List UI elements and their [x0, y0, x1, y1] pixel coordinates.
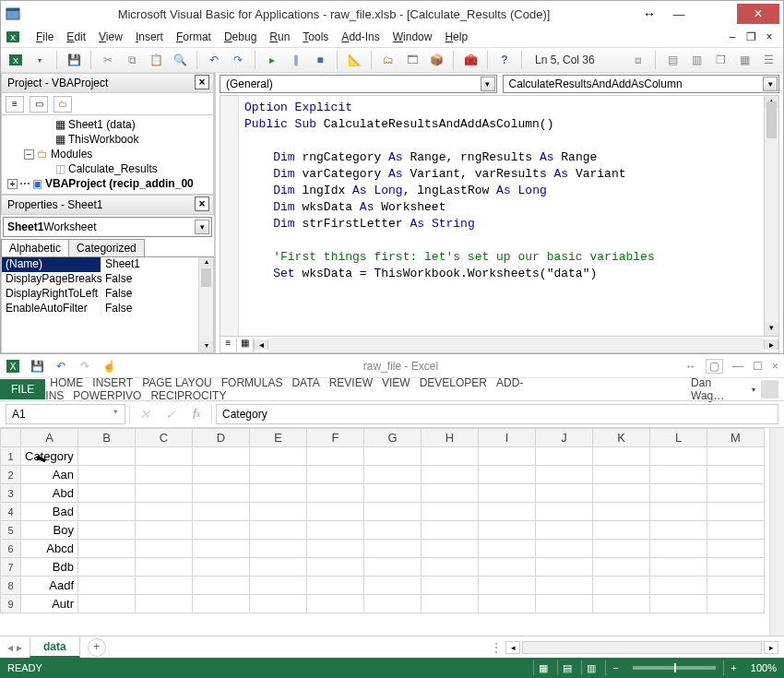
grid-cell[interactable] [650, 484, 707, 503]
tree-node-addin[interactable]: +⋯▣VBAProject (recip_addin_00 [7, 176, 211, 191]
paste-icon[interactable]: 📋 [147, 51, 165, 69]
column-header[interactable]: K [593, 429, 650, 447]
grid-cell[interactable] [593, 466, 650, 484]
grid-cell[interactable] [650, 466, 707, 484]
grid-cell[interactable] [536, 558, 593, 577]
grid-cell[interactable] [479, 540, 536, 558]
menu-view[interactable]: View [99, 30, 123, 43]
row-header[interactable]: 4 [1, 503, 21, 521]
vbe-close-button[interactable]: × [737, 4, 779, 24]
window-split-icon[interactable]: ⧈ [629, 51, 647, 69]
grid-cell[interactable]: Abcd [21, 540, 78, 558]
view-object-icon[interactable]: ▭ [30, 96, 48, 113]
grid-cell[interactable] [422, 484, 479, 503]
grid-cell[interactable] [422, 521, 479, 540]
grid-cell[interactable] [136, 577, 193, 595]
help-icon[interactable]: ? [495, 51, 514, 69]
grid-cell[interactable] [193, 595, 250, 613]
grid-cell[interactable] [307, 503, 364, 521]
grid-cell[interactable] [193, 577, 250, 595]
account-area[interactable]: Dan Wag…▾ [691, 376, 784, 402]
grid-cell[interactable] [307, 521, 364, 540]
grid-cell[interactable] [593, 521, 650, 540]
menu-format[interactable]: Format [176, 30, 211, 43]
menu-add-ins[interactable]: Add-Ins [341, 30, 379, 43]
ribbon-tab-data[interactable]: DATA [287, 373, 324, 393]
break-icon[interactable]: ∥ [287, 51, 305, 69]
sheet-tab-data[interactable]: data [30, 637, 80, 658]
property-row[interactable]: (Name)Sheet1 [2, 257, 198, 272]
row-header[interactable]: 9 [1, 595, 21, 613]
grid-cell[interactable] [650, 558, 707, 577]
grid-cell[interactable] [422, 595, 479, 613]
cancel-formula-icon[interactable]: ✕ [134, 404, 156, 424]
insert-function-icon[interactable]: fx [185, 404, 208, 424]
grid-cell[interactable] [250, 577, 307, 595]
zoom-out-icon[interactable]: − [605, 660, 625, 675]
view-excel-icon[interactable]: X [6, 51, 25, 69]
zoom-in-icon[interactable]: + [723, 660, 743, 675]
properties-scrollbar[interactable]: ▴ ▾ [198, 257, 213, 352]
grid-cell[interactable] [536, 466, 593, 484]
grid-cell[interactable] [593, 595, 650, 613]
tree-node-sheet[interactable]: ▦Sheet1 (data) [7, 117, 211, 132]
column-header[interactable]: J [536, 429, 593, 447]
ribbon-tab-view[interactable]: VIEW [377, 373, 415, 393]
grid-cell[interactable] [593, 577, 650, 595]
grid-cell[interactable] [536, 484, 593, 503]
reset-icon[interactable]: ■ [311, 51, 329, 69]
grid-cell[interactable] [78, 540, 136, 558]
property-row[interactable]: EnableAutoFilterFalse [2, 302, 198, 316]
zoom-slider[interactable] [633, 666, 716, 670]
grid-cell[interactable] [136, 540, 193, 558]
grid-cell[interactable]: Boy [21, 521, 78, 540]
grid-cell[interactable] [707, 540, 765, 558]
arrange-icon[interactable]: ▦ [735, 51, 754, 69]
excel-close-button[interactable]: × [772, 360, 778, 373]
menu-help[interactable]: Help [445, 30, 468, 43]
vbe-maximize-button[interactable] [698, 4, 737, 24]
grid-cell[interactable] [479, 466, 536, 484]
excel-maximize-button[interactable]: ☐ [753, 360, 763, 373]
window-list-icon[interactable]: ☰ [759, 51, 778, 69]
grid-cell[interactable]: Abd [21, 484, 78, 503]
grid-cell[interactable] [136, 595, 193, 613]
grid-cell[interactable] [193, 466, 250, 484]
row-header[interactable]: 7 [1, 558, 21, 577]
grid-cell[interactable] [364, 484, 422, 503]
grid-cell[interactable] [193, 540, 250, 558]
sheet-horizontal-scrollbar[interactable]: ⋮ ◂▸ [106, 641, 784, 654]
grid-cell[interactable] [707, 484, 765, 503]
cut-icon[interactable]: ✂ [99, 51, 117, 69]
grid-cell[interactable]: Bdb [21, 558, 78, 577]
touch-mode-icon[interactable]: ☝ [101, 359, 116, 374]
grid-cell[interactable] [650, 595, 707, 613]
grid-cell[interactable] [250, 447, 307, 466]
grid-cell[interactable] [422, 503, 479, 521]
grid-cell[interactable] [364, 447, 422, 466]
column-header[interactable]: M [707, 429, 765, 447]
vbe-titlebar[interactable]: Microsoft Visual Basic for Applications … [1, 1, 783, 27]
grid-cell[interactable] [707, 558, 765, 577]
chevron-down-icon[interactable]: ▾ [108, 407, 123, 422]
grid-cell[interactable]: Category [21, 447, 78, 466]
page-break-view-icon[interactable]: ▥ [581, 660, 601, 675]
save-icon[interactable]: 💾 [30, 359, 44, 374]
code-editor[interactable]: Option Explicit Public Sub CalculateResu… [239, 96, 764, 336]
column-header[interactable]: G [364, 429, 422, 447]
grid-cell[interactable] [193, 521, 250, 540]
grid-cell[interactable] [364, 577, 422, 595]
grid-cell[interactable] [78, 521, 136, 540]
grid-cell[interactable] [707, 595, 765, 613]
grid-cell[interactable] [78, 595, 136, 613]
menu-file[interactable]: File [36, 30, 53, 43]
page-layout-view-icon[interactable]: ▤ [557, 660, 577, 675]
grid-cell[interactable] [707, 466, 765, 484]
grid-cell[interactable] [193, 503, 250, 521]
grid-cell[interactable] [307, 466, 364, 484]
grid-cell[interactable] [193, 558, 250, 577]
full-module-view-icon[interactable]: ▦ [237, 338, 254, 352]
procedure-view-icon[interactable]: ≡ [220, 338, 237, 352]
grid-cell[interactable] [78, 577, 136, 595]
grid-cell[interactable] [479, 503, 536, 521]
